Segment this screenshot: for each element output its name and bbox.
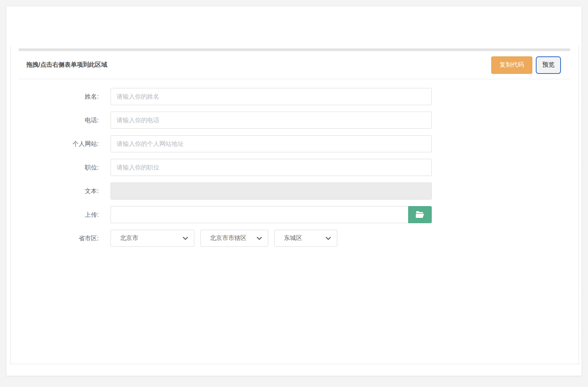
website-input[interactable] <box>111 135 432 152</box>
name-label: 姓名: <box>19 88 111 105</box>
header-actions: 复制代码 预览 <box>491 56 561 74</box>
website-label: 个人网站: <box>19 135 111 152</box>
form-row-phone: 电话: <box>19 112 570 129</box>
upload-field <box>111 206 432 223</box>
form-drop-zone[interactable]: 拖拽/点击右侧表单项到此区域 复制代码 预览 姓名: 电话: 个人网站: <box>10 46 579 364</box>
upload-browse-button[interactable] <box>408 206 432 223</box>
folder-open-icon <box>415 211 425 219</box>
form-row-region: 省市区: 北京市 北京市市辖区 <box>19 230 570 247</box>
text-input-disabled[interactable] <box>111 182 432 200</box>
position-label: 职位: <box>19 159 111 176</box>
designer-canvas-card: 拖拽/点击右侧表单项到此区域 复制代码 预览 姓名: 电话: 个人网站: <box>6 6 582 376</box>
upload-label: 上传: <box>19 206 111 223</box>
province-select-value: 北京市 <box>120 234 138 242</box>
phone-label: 电话: <box>19 112 111 129</box>
text-label: 文本: <box>19 182 111 200</box>
phone-input[interactable] <box>111 112 432 129</box>
form-body: 姓名: 电话: 个人网站: 职位: 文本: <box>19 79 570 247</box>
form-row-text: 文本: <box>19 182 570 200</box>
preview-button[interactable]: 预览 <box>536 56 561 74</box>
chevron-down-icon <box>183 237 188 240</box>
city-select[interactable]: 北京市市辖区 <box>200 230 268 247</box>
district-select[interactable]: 东城区 <box>274 230 337 247</box>
form-row-upload: 上传: <box>19 206 570 223</box>
widget-form-panel: 拖拽/点击右侧表单项到此区域 复制代码 预览 姓名: 电话: 个人网站: <box>19 48 570 253</box>
name-input[interactable] <box>111 88 432 105</box>
region-label: 省市区: <box>19 230 111 247</box>
panel-grab-bar[interactable] <box>19 48 570 51</box>
form-row-name: 姓名: <box>19 88 570 105</box>
chevron-down-icon <box>256 237 262 240</box>
city-select-value: 北京市市辖区 <box>210 234 247 242</box>
region-selects: 北京市 北京市市辖区 <box>111 230 337 247</box>
province-select[interactable]: 北京市 <box>111 230 194 247</box>
form-row-website: 个人网站: <box>19 135 570 152</box>
panel-header: 拖拽/点击右侧表单项到此区域 复制代码 预览 <box>19 51 570 79</box>
form-row-position: 职位: <box>19 159 570 176</box>
copy-code-button[interactable]: 复制代码 <box>491 56 532 74</box>
position-input[interactable] <box>111 159 432 176</box>
chevron-down-icon <box>325 237 331 240</box>
district-select-value: 东城区 <box>284 234 302 242</box>
drop-hint-title: 拖拽/点击右侧表单项到此区域 <box>26 61 107 69</box>
upload-path-input[interactable] <box>111 206 408 223</box>
